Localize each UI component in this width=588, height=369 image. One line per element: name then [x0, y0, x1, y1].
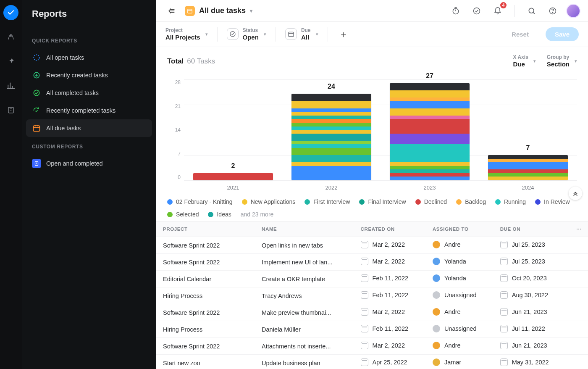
- user-avatar[interactable]: [566, 4, 580, 18]
- chart-yaxis: 28211470: [167, 79, 184, 180]
- legend-item[interactable]: Running: [495, 198, 526, 205]
- legend-item[interactable]: New Applications: [242, 198, 296, 205]
- calendar-icon: [32, 124, 41, 133]
- legend-item[interactable]: First Interview: [304, 198, 350, 205]
- legend-swatch: [242, 199, 247, 205]
- chart-bar-2022[interactable]: 24: [284, 83, 379, 180]
- filter-due[interactable]: Due All ▾: [285, 28, 318, 41]
- doc-icon: [32, 159, 41, 168]
- legend-item[interactable]: Final Interview: [359, 198, 406, 205]
- sidebar-item-label: All open tasks: [46, 54, 84, 61]
- cell-project: Software Sprint 2022: [156, 338, 255, 355]
- cell-created: Mar 2, 2022: [354, 304, 426, 321]
- cell-assigned: Yolanda: [426, 271, 494, 287]
- cell-project: Software Sprint 2022: [156, 304, 255, 321]
- table-row[interactable]: Software Sprint 2022Implement new UI of …: [156, 254, 588, 271]
- cell-created: Mar 2, 2022: [354, 254, 426, 271]
- status-icon: [227, 28, 239, 40]
- collapse-sidebar-icon[interactable]: [164, 3, 179, 18]
- chart-bar-2023[interactable]: 27: [383, 72, 477, 180]
- sidebar-item-open-and-completed[interactable]: Open and completed: [26, 155, 152, 172]
- sidebar-item-all-open-tasks[interactable]: All open tasks: [26, 49, 152, 66]
- cell-created: Feb 11, 2022: [354, 321, 426, 338]
- rail-rocket-icon[interactable]: [3, 29, 18, 45]
- cell-assigned: Yolanda: [426, 254, 494, 271]
- refresh-check-icon: [32, 106, 41, 115]
- svg-point-29: [230, 32, 235, 37]
- cell-project: Hiring Process: [156, 287, 255, 304]
- table-row[interactable]: Software Sprint 2022Open links in new ta…: [156, 237, 588, 254]
- sidebar-item-all-completed-tasks[interactable]: All completed tasks: [26, 84, 152, 102]
- rail-reports-icon[interactable]: [3, 78, 18, 93]
- legend-swatch: [456, 199, 462, 205]
- page-title[interactable]: All due tasks ▾: [185, 6, 252, 16]
- filter-status[interactable]: Status Open ▾: [227, 28, 266, 41]
- table-row[interactable]: Hiring ProcessDaniela MüllerFeb 11, 2022…: [156, 321, 588, 338]
- sidebar-item-all-due-tasks[interactable]: All due tasks: [26, 119, 152, 137]
- check-circle-icon[interactable]: [469, 3, 484, 18]
- rail-pin-icon[interactable]: [3, 54, 18, 69]
- table-options-button[interactable]: ···: [567, 221, 588, 237]
- legend-label: Declined: [424, 198, 447, 205]
- notification-badge: 4: [500, 2, 507, 8]
- bar-value-label: 2: [231, 162, 235, 170]
- filter-project[interactable]: Project All Projects ▾: [165, 28, 208, 41]
- calendar-icon: [500, 308, 508, 316]
- search-icon[interactable]: [524, 3, 539, 18]
- rail-notes-icon[interactable]: [3, 103, 18, 118]
- table-row[interactable]: Hiring ProcessTracy AndrewsFeb 11, 2022U…: [156, 287, 588, 304]
- calendar-icon: [361, 358, 368, 366]
- table-row[interactable]: Software Sprint 2022Make preview thumbna…: [156, 304, 588, 321]
- chart-plot: 224277 2021202220232024: [184, 72, 577, 191]
- tasks-table: PROJECTNAMECREATED ONASSIGNED TODUE ON··…: [156, 221, 588, 369]
- legend-item[interactable]: Declined: [415, 198, 447, 205]
- sidebar-item-label: All due tasks: [46, 125, 81, 132]
- legend-item[interactable]: Selected: [167, 211, 199, 218]
- calendar-icon: [361, 291, 368, 299]
- timer-icon[interactable]: [448, 3, 463, 18]
- chevron-down-icon: ▾: [264, 32, 266, 37]
- chart-bar-2021[interactable]: 2: [186, 162, 281, 180]
- groupby-selector[interactable]: Group by Section ▾: [547, 55, 577, 68]
- calendar-icon: [500, 274, 508, 282]
- sidebar-item-recently-created-tasks[interactable]: Recently created tasks: [26, 66, 152, 84]
- cell-created: Mar 2, 2022: [354, 237, 426, 254]
- table-row[interactable]: Software Sprint 2022Attachments not inse…: [156, 338, 588, 355]
- column-header-created-on[interactable]: CREATED ON: [354, 221, 426, 237]
- notifications-icon[interactable]: 4: [490, 3, 505, 18]
- sidebar-item-recently-completed-tasks[interactable]: Recently completed tasks: [26, 102, 152, 119]
- help-icon[interactable]: [545, 3, 560, 18]
- legend-swatch: [208, 212, 213, 217]
- calendar-icon: [361, 342, 368, 349]
- add-filter-button[interactable]: ＋: [337, 28, 350, 41]
- svg-point-25: [529, 8, 534, 13]
- column-header-assigned-to[interactable]: ASSIGNED TO: [426, 221, 494, 237]
- table-row[interactable]: Start new zooUpdate business planApr 25,…: [156, 355, 588, 369]
- reset-button[interactable]: Reset: [504, 27, 536, 41]
- sidebar-title: Reports: [26, 8, 152, 19]
- cell-name: Open links in new tabs: [255, 237, 354, 254]
- column-header-due-on[interactable]: DUE ON: [494, 221, 567, 237]
- column-header-project[interactable]: PROJECT: [156, 221, 255, 237]
- legend-item[interactable]: 02 February - Knitting: [167, 198, 233, 205]
- divider: [514, 5, 515, 17]
- calendar-icon: [500, 358, 508, 366]
- save-button[interactable]: Save: [546, 27, 579, 41]
- xaxis-selector[interactable]: X Axis Due ▾: [513, 55, 536, 68]
- chart-legend: 02 February - KnittingNew ApplicationsFi…: [167, 198, 577, 218]
- legend-item[interactable]: Backlog: [456, 198, 486, 205]
- rail-tasks-icon[interactable]: [3, 5, 18, 20]
- collapse-chart-button[interactable]: [569, 187, 582, 200]
- chevron-down-icon: ▾: [316, 32, 318, 37]
- table-row[interactable]: Editorial CalendarCreate a OKR templateF…: [156, 271, 588, 287]
- legend-item[interactable]: Ideas: [208, 211, 231, 218]
- cell-due: Jul 25, 2023: [494, 254, 567, 271]
- cell-name: Update business plan: [255, 355, 354, 369]
- svg-rect-30: [289, 32, 294, 37]
- total-label: Total: [167, 57, 184, 66]
- column-header-name[interactable]: NAME: [255, 221, 354, 237]
- legend-more[interactable]: and 23 more: [241, 211, 274, 218]
- legend-item[interactable]: In Review: [535, 198, 570, 205]
- chart-bar-2024[interactable]: 7: [481, 144, 575, 180]
- calendar-icon: [285, 28, 297, 40]
